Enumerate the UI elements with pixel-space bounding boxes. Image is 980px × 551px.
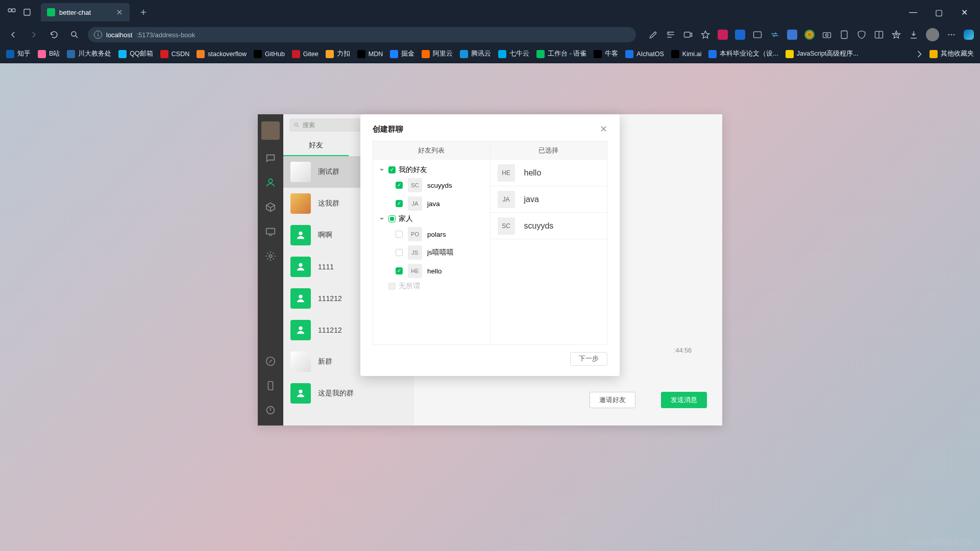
bookmark-icon	[594, 50, 602, 58]
bookmark-item[interactable]: Gitee	[292, 50, 318, 58]
sync-icon[interactable]	[770, 30, 780, 40]
close-tab-icon[interactable]	[115, 8, 124, 16]
tree-friend-item[interactable]: JSjs嘻嘻嘻	[378, 243, 485, 262]
tree-friend-item[interactable]: HEhello	[378, 262, 485, 280]
tree-category[interactable]: 家人	[378, 213, 485, 225]
bookmark-item[interactable]: 工作台 - 语雀	[536, 49, 586, 58]
ext-icon-3[interactable]	[787, 30, 797, 40]
selected-avatar: JA	[498, 191, 515, 208]
next-step-button[interactable]: 下一步	[570, 352, 607, 366]
tree-friend-item[interactable]: JAjava	[378, 194, 485, 213]
browser-addressbar: i localhost:5173/address-book A	[0, 24, 980, 45]
note-icon[interactable]	[839, 30, 849, 40]
tree-friend-item[interactable]: POpolars	[378, 225, 485, 243]
selected-item[interactable]: JAjava	[491, 186, 607, 213]
bookmark-item[interactable]: 阿里云	[422, 49, 453, 58]
bookmark-item[interactable]: GitHub	[254, 50, 285, 58]
bookmark-item[interactable]: 知乎	[6, 49, 31, 58]
bookmark-label: 本科毕业论文（设...	[720, 49, 778, 58]
bookmark-icon	[292, 50, 300, 58]
bookmark-item[interactable]: 牛客	[594, 49, 618, 58]
video-icon[interactable]	[683, 30, 693, 40]
tabs-icon[interactable]	[21, 7, 33, 18]
bookmark-item[interactable]: stackoverflow	[197, 50, 247, 58]
edit-icon[interactable]	[648, 30, 658, 40]
window-close[interactable]: ✕	[957, 8, 972, 17]
bookmark-folder-label: 其他收藏夹	[941, 49, 974, 58]
friend-name: scuyyds	[427, 182, 452, 189]
url-input[interactable]: i localhost:5173/address-book	[88, 27, 636, 42]
bookmark-item[interactable]: 力扣	[326, 49, 350, 58]
bookmark-label: 力扣	[337, 49, 350, 58]
nav-search[interactable]	[67, 28, 82, 42]
collections-icon[interactable]	[891, 30, 901, 40]
ext-icon-2[interactable]	[735, 30, 745, 40]
friend-name: polars	[427, 231, 446, 238]
checkbox[interactable]	[396, 182, 403, 189]
split-icon[interactable]	[874, 30, 884, 40]
tree-category[interactable]: 我的好友	[378, 164, 485, 176]
checkbox[interactable]	[396, 267, 403, 274]
chevron-down-icon[interactable]	[378, 215, 385, 222]
shield-icon[interactable]	[856, 30, 867, 40]
downloads-icon[interactable]	[909, 30, 919, 40]
checkbox[interactable]	[396, 200, 403, 207]
site-info-icon[interactable]: i	[94, 31, 102, 39]
bookmark-item[interactable]: AIchatOS	[625, 50, 664, 58]
ext-icon-4[interactable]	[804, 30, 815, 40]
bookmark-item[interactable]: 本科毕业论文（设...	[708, 49, 778, 58]
checkbox[interactable]	[396, 231, 403, 238]
browser-titlebar: better-chat — ▢ ✕	[0, 0, 980, 24]
reader-icon[interactable]: A	[666, 30, 676, 40]
bookmark-folder[interactable]: 其他收藏夹	[929, 49, 974, 58]
checkbox[interactable]	[396, 249, 403, 256]
svg-point-11	[948, 34, 950, 36]
bookmarks-overflow[interactable]	[914, 49, 924, 59]
modal-close-icon[interactable]: ✕	[600, 123, 607, 135]
bookmark-item[interactable]: CSDN	[160, 50, 189, 58]
workspace-icon[interactable]	[6, 7, 17, 18]
window-minimize[interactable]: —	[905, 8, 921, 17]
ext-icon-1[interactable]	[718, 30, 728, 40]
bookmark-icon	[254, 50, 262, 58]
bookmark-item[interactable]: Kimi.ai	[671, 50, 702, 58]
tree-friend-item[interactable]: SCscuyyds	[378, 176, 485, 194]
bookmark-item[interactable]: JavaScript高级程序...	[786, 49, 859, 58]
more-icon[interactable]	[946, 30, 957, 40]
picture-icon[interactable]	[752, 30, 763, 40]
bookmark-item[interactable]: 七牛云	[498, 49, 529, 58]
chevron-down-icon[interactable]	[378, 283, 385, 290]
friend-name: js嘻嘻嘻	[427, 248, 454, 257]
transfer-panel: 好友列表 我的好友SCscuyydsJAjava家人POpolarsJSjs嘻嘻…	[373, 141, 607, 345]
modal-mask[interactable]: 创建群聊 ✕ 好友列表 我的好友SCscuyydsJAjava家人POpolar…	[0, 63, 980, 551]
nav-back[interactable]	[6, 28, 20, 42]
svg-rect-9	[841, 31, 847, 39]
selected-item[interactable]: SCscuyyds	[491, 213, 607, 239]
bookmark-item[interactable]: MDN	[357, 50, 383, 58]
selected-item[interactable]: HEhello	[491, 160, 607, 186]
camera-icon[interactable]	[822, 30, 832, 40]
favorite-icon[interactable]	[700, 30, 710, 40]
bookmark-item[interactable]: 川大教务处	[67, 49, 111, 58]
bookmark-label: Gitee	[303, 51, 318, 58]
bookmark-item[interactable]: 掘金	[390, 49, 414, 58]
new-tab-button[interactable]	[138, 7, 149, 18]
bookmark-label: 工作台 - 语雀	[548, 49, 586, 58]
bookmark-label: MDN	[369, 51, 383, 58]
bookmark-label: 阿里云	[433, 49, 453, 58]
friend-name: hello	[427, 267, 442, 275]
selected-avatar: SC	[498, 217, 515, 235]
chevron-down-icon[interactable]	[378, 166, 385, 173]
friend-avatar: PO	[408, 227, 422, 241]
nav-refresh[interactable]	[47, 28, 61, 42]
checkbox[interactable]	[388, 215, 396, 222]
bookmark-item[interactable]: QQ邮箱	[118, 49, 153, 58]
browser-tab[interactable]: better-chat	[41, 3, 130, 21]
checkbox[interactable]	[388, 166, 396, 173]
profile-avatar[interactable]	[926, 28, 939, 41]
bookmark-item[interactable]: B站	[38, 49, 60, 58]
window-maximize[interactable]: ▢	[931, 8, 946, 17]
bookmark-item[interactable]: 腾讯云	[460, 49, 491, 58]
copilot-icon[interactable]	[964, 30, 974, 40]
tree-category[interactable]: 无所谓	[378, 280, 485, 292]
